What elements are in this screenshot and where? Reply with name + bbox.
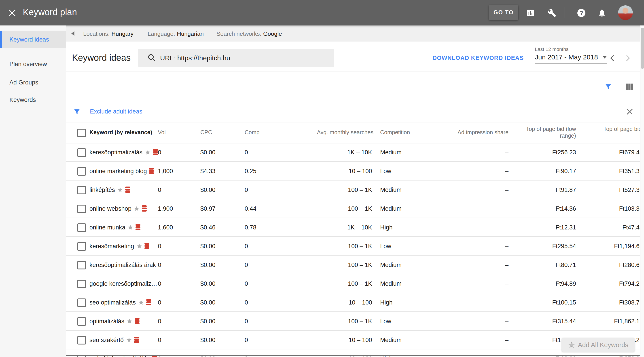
vol-value: 0 <box>158 261 161 268</box>
keyword-data-icon[interactable] <box>136 224 141 230</box>
close-icon[interactable] <box>8 9 16 17</box>
keyword-data-icon[interactable] <box>125 187 130 193</box>
comp-value: 0 <box>245 243 248 249</box>
avg-monthly-searches-value: 1K – 10K <box>300 149 372 155</box>
sidebar-item-ad-groups[interactable]: Ad Groups <box>10 78 38 87</box>
table-row: online marketing blog 1,000 $4.33 0.25 1… <box>66 162 644 181</box>
competition-value: Medium <box>380 186 402 193</box>
vol-value: 0 <box>158 318 161 324</box>
row-checkbox[interactable] <box>77 336 86 345</box>
keyword-data-icon[interactable] <box>142 205 147 212</box>
competition-value: High <box>380 224 393 231</box>
download-keyword-ideas-link[interactable]: DOWNLOAD KEYWORD IDEAS <box>432 54 524 61</box>
competition-value: Low <box>380 243 391 249</box>
bid-high-value: Ft103.3 <box>576 205 640 212</box>
sidebar-item-plan-overview[interactable]: Plan overview <box>10 60 47 69</box>
chevron-right-icon[interactable] <box>625 55 630 61</box>
go-to-button[interactable]: GO TO <box>489 5 518 20</box>
keyword-data-icon[interactable] <box>134 318 140 324</box>
remove-filter-icon[interactable] <box>626 108 633 115</box>
row-checkbox[interactable] <box>77 186 86 194</box>
bid-high-value: Ft679.4 <box>576 149 640 155</box>
date-range-select[interactable]: Jun 2017 - May 2018 <box>535 53 607 64</box>
bid-low-value: Ft12.31 <box>514 224 576 231</box>
footer-edge <box>66 355 644 356</box>
row-checkbox[interactable] <box>77 261 86 269</box>
row-checkbox[interactable] <box>77 205 86 213</box>
star-icon[interactable] <box>126 318 132 324</box>
keyword-data-icon[interactable] <box>152 356 157 357</box>
sidebar-item-keyword-ideas[interactable]: Keyword ideas <box>0 31 66 48</box>
star-icon[interactable] <box>128 224 134 230</box>
col-cpc[interactable]: CPC <box>200 129 212 136</box>
keyword-data-icon[interactable] <box>153 149 158 155</box>
search-networks-setting[interactable]: Search networks: Google <box>216 25 282 41</box>
star-icon[interactable] <box>145 149 150 155</box>
col-avg-monthly-searches[interactable]: Avg. monthly searches <box>302 129 374 136</box>
dropdown-arrow-icon <box>602 56 607 58</box>
vertical-scrollbar[interactable] <box>640 25 644 357</box>
star-icon[interactable] <box>117 187 123 193</box>
bid-high-value: Ft308.7 <box>576 299 640 306</box>
comp-value: 0.78 <box>245 224 256 231</box>
active-filter-row: Exclude adult ideas <box>66 102 644 122</box>
notifications-icon[interactable] <box>598 8 606 17</box>
language-setting[interactable]: Language: Hungarian <box>148 25 204 41</box>
col-ad-impression-share[interactable]: Ad impression share <box>442 129 508 136</box>
star-icon[interactable] <box>136 243 142 249</box>
vol-value: 1,900 <box>158 205 173 212</box>
col-comp[interactable]: Comp <box>245 129 260 136</box>
active-indicator <box>0 31 2 48</box>
keyword-text: online munka <box>90 224 126 231</box>
reports-icon[interactable] <box>526 8 535 17</box>
keyword-cell: keresőmarketing <box>90 243 149 249</box>
chevron-left-icon[interactable] <box>610 55 615 61</box>
collapse-arrow-icon[interactable] <box>69 29 77 37</box>
row-checkbox[interactable] <box>77 299 86 307</box>
tools-icon[interactable] <box>548 8 556 17</box>
row-checkbox[interactable] <box>77 317 86 326</box>
star-icon[interactable] <box>138 299 144 305</box>
competition-value: Low <box>380 318 391 324</box>
row-checkbox[interactable] <box>77 242 86 251</box>
keyword-data-icon[interactable] <box>144 243 149 249</box>
columns-icon[interactable] <box>626 83 633 90</box>
table-row: keresőoptimalizálás 0 $0.00 0 1K – 10K M… <box>66 143 644 162</box>
keyword-text: google keresőoptimaliz… <box>90 280 157 287</box>
exclude-adult-ideas-link[interactable]: Exclude adult ideas <box>90 108 142 115</box>
col-top-of-page-bid-high[interactable]: Top of page bid (high range) <box>600 126 644 139</box>
keyword-data-icon[interactable] <box>149 168 154 174</box>
col-keyword[interactable]: Keyword (by relevance) <box>90 129 152 136</box>
locations-setting[interactable]: Locations: Hungary <box>83 25 134 41</box>
avg-monthly-searches-value: 100 – 1K <box>300 243 372 249</box>
star-icon[interactable] <box>126 337 132 343</box>
keyword-data-icon[interactable] <box>146 299 151 305</box>
col-top-of-page-bid-low[interactable]: Top of page bid (low range) <box>522 126 576 139</box>
add-all-keywords-button[interactable]: Add All Keywords <box>562 338 634 352</box>
select-all-checkbox[interactable] <box>77 129 86 137</box>
avatar[interactable] <box>618 5 633 20</box>
keyword-data-icon[interactable] <box>134 337 139 343</box>
row-checkbox[interactable] <box>77 167 86 176</box>
filter-icon[interactable] <box>605 83 612 90</box>
sidebar-item-keywords[interactable]: Keywords <box>10 96 36 105</box>
comp-value: 0 <box>245 337 248 343</box>
col-vol[interactable]: Vol <box>158 129 166 136</box>
avg-monthly-searches-value: 10 – 100 <box>300 299 372 306</box>
keyword-cell: online marketing blog <box>90 168 154 174</box>
bid-low-value: Ft90.17 <box>514 168 576 174</box>
bid-low-value: Ft295.54 <box>514 243 576 249</box>
help-icon[interactable]: ? <box>577 8 586 17</box>
vol-value: 0 <box>158 243 161 249</box>
table-header: Keyword (by relevance) Vol CPC Comp Avg.… <box>66 122 644 143</box>
table-row: google keresőoptimaliz… 0 $0.00 0 100 – … <box>66 274 644 293</box>
row-checkbox[interactable] <box>77 223 86 232</box>
star-icon[interactable] <box>134 206 140 211</box>
cpc-value: $0.00 <box>200 186 216 193</box>
scrollbar-thumb[interactable] <box>641 28 644 69</box>
row-checkbox[interactable] <box>77 280 86 288</box>
col-competition[interactable]: Competition <box>380 129 410 136</box>
row-checkbox[interactable] <box>77 148 86 157</box>
cpc-value: $0.00 <box>200 149 216 155</box>
search-input[interactable]: URL: https://thepitch.hu <box>138 49 334 67</box>
